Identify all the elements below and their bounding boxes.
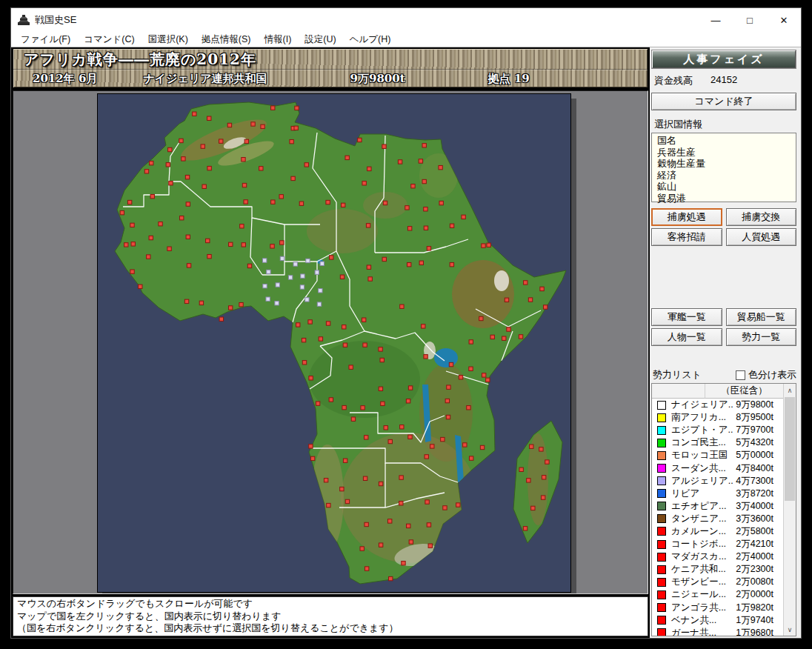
base-marker[interactable]	[327, 503, 330, 507]
base-marker[interactable]	[244, 200, 247, 204]
base-marker[interactable]	[149, 236, 153, 239]
base-marker[interactable]	[361, 406, 365, 410]
base-marker[interactable]	[202, 184, 206, 188]
base-marker[interactable]	[407, 262, 410, 266]
power-list-item[interactable]: ガーナ共...1万9680t	[652, 627, 783, 636]
base-marker[interactable]	[387, 519, 391, 523]
power-list-item[interactable]: ナイジェリア...9万9800t	[652, 399, 783, 411]
base-marker[interactable]	[422, 324, 425, 328]
base-marker[interactable]	[169, 182, 173, 185]
base-marker[interactable]	[207, 254, 211, 258]
base-marker[interactable]	[405, 206, 409, 210]
scroll-up-icon[interactable]: ∧	[784, 384, 796, 396]
base-marker[interactable]	[240, 224, 244, 228]
base-marker[interactable]	[184, 299, 188, 303]
base-marker[interactable]	[263, 284, 267, 287]
base-marker[interactable]	[383, 201, 387, 204]
base-marker[interactable]	[227, 123, 231, 127]
base-marker[interactable]	[400, 304, 404, 308]
base-marker[interactable]	[259, 167, 263, 170]
base-marker[interactable]	[427, 247, 430, 250]
map-viewport[interactable]	[13, 90, 648, 594]
menu-item[interactable]: コマンド(C)	[77, 32, 142, 47]
base-marker[interactable]	[527, 479, 530, 482]
base-marker[interactable]	[459, 376, 462, 379]
base-marker[interactable]	[309, 445, 313, 448]
base-marker[interactable]	[182, 157, 185, 161]
base-marker[interactable]	[329, 398, 333, 402]
base-marker[interactable]	[317, 302, 321, 306]
base-marker[interactable]	[450, 262, 453, 266]
base-marker[interactable]	[424, 207, 427, 211]
base-marker[interactable]	[305, 298, 309, 302]
base-marker[interactable]	[528, 298, 532, 302]
power-list-item[interactable]: ニジェール...2万0000t	[652, 588, 783, 601]
base-marker[interactable]	[479, 316, 483, 320]
action-button[interactable]: 捕虜交換	[726, 208, 797, 226]
base-marker[interactable]	[502, 336, 506, 340]
menu-item[interactable]: 国選択(K)	[142, 32, 195, 47]
base-marker[interactable]	[519, 467, 523, 471]
base-marker[interactable]	[239, 302, 243, 306]
color-toggle[interactable]: 色分け表示	[736, 368, 796, 382]
base-marker[interactable]	[449, 362, 453, 366]
base-marker[interactable]	[127, 200, 131, 204]
minimize-button[interactable]: —	[699, 8, 733, 32]
base-marker[interactable]	[326, 322, 330, 325]
africa-map[interactable]	[97, 93, 571, 593]
base-marker[interactable]	[368, 277, 372, 281]
selected-nation-info-item[interactable]: 穀物生産量	[657, 158, 796, 170]
base-marker[interactable]	[343, 459, 347, 462]
base-marker[interactable]	[271, 106, 275, 110]
base-marker[interactable]	[340, 487, 344, 490]
base-marker[interactable]	[242, 183, 246, 187]
power-list-item[interactable]: エチオピア...3万4000t	[652, 500, 783, 513]
power-list-scrollbar[interactable]: ∧ ∨	[783, 384, 796, 636]
base-marker[interactable]	[341, 203, 345, 207]
base-marker[interactable]	[358, 138, 362, 142]
maximize-button[interactable]: □	[733, 8, 767, 32]
base-marker[interactable]	[167, 247, 171, 250]
base-marker[interactable]	[379, 347, 382, 351]
base-marker[interactable]	[306, 259, 310, 262]
base-marker[interactable]	[349, 365, 353, 369]
base-marker[interactable]	[279, 195, 283, 199]
base-marker[interactable]	[342, 325, 346, 329]
base-marker[interactable]	[326, 200, 330, 204]
base-marker[interactable]	[362, 182, 366, 185]
selected-nation-info-item[interactable]: 国名	[657, 135, 796, 147]
base-marker[interactable]	[271, 200, 275, 204]
power-list-item[interactable]: ケニア共和...2万2300t	[652, 563, 783, 576]
base-marker[interactable]	[382, 257, 386, 261]
base-marker[interactable]	[422, 179, 426, 183]
power-value-column-header[interactable]: （臣従含）	[705, 384, 783, 399]
base-marker[interactable]	[487, 243, 490, 247]
base-marker[interactable]	[310, 456, 314, 460]
base-marker[interactable]	[293, 262, 297, 266]
base-marker[interactable]	[367, 265, 370, 269]
base-marker[interactable]	[367, 167, 371, 170]
base-marker[interactable]	[408, 435, 412, 439]
base-marker[interactable]	[540, 287, 544, 290]
list-button[interactable]: 人物一覧	[651, 328, 722, 346]
base-marker[interactable]	[490, 335, 494, 339]
base-marker[interactable]	[185, 175, 189, 179]
base-marker[interactable]	[315, 270, 319, 274]
base-marker[interactable]	[206, 239, 210, 242]
action-button[interactable]: 捕虜処遇	[651, 208, 722, 226]
base-marker[interactable]	[166, 163, 170, 167]
base-marker[interactable]	[384, 426, 387, 430]
base-marker[interactable]	[193, 112, 196, 116]
base-marker[interactable]	[398, 160, 402, 164]
selected-nation-info-item[interactable]: 貿易港	[657, 193, 796, 204]
selected-nation-info-item[interactable]: 経済	[657, 170, 796, 182]
base-marker[interactable]	[147, 255, 150, 259]
base-marker[interactable]	[430, 445, 434, 448]
selected-nation-info-item[interactable]: 兵器生産	[657, 147, 796, 159]
action-button[interactable]: 人質処遇	[726, 228, 797, 246]
base-marker[interactable]	[419, 159, 422, 163]
base-marker[interactable]	[439, 165, 442, 169]
power-list-item[interactable]: モロッコ王国5万0000t	[652, 449, 783, 462]
base-marker[interactable]	[291, 176, 295, 180]
base-marker[interactable]	[507, 327, 510, 331]
